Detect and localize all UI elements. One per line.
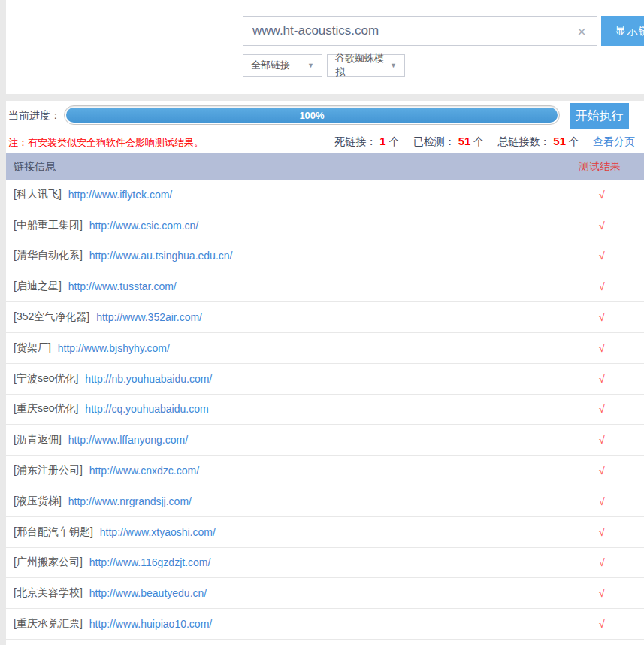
table-row: [北京美容学校] http://www.beautyedu.cn/ √ <box>6 578 644 609</box>
warning-note: 注：有安装类似安全狗软件会影响测试结果。 <box>8 136 204 150</box>
result-check-mark: √ <box>599 434 605 446</box>
table-row: [中船重工集团] http://www.csic.com.cn/ √ <box>6 210 644 241</box>
domain-input[interactable] <box>252 17 568 44</box>
link-type-dropdown[interactable]: 全部链接 ▼ <box>243 54 322 77</box>
result-check-mark: √ <box>599 587 605 599</box>
filter-row: 全部链接 ▼ 谷歌蜘蛛模拟 ▼ <box>243 54 405 77</box>
chevron-down-icon: ▼ <box>390 62 397 69</box>
site-url-link[interactable]: http://www.116gzdzjt.com/ <box>89 556 211 568</box>
result-check-mark: √ <box>599 250 605 262</box>
result-check-mark: √ <box>599 189 605 201</box>
site-url-link[interactable]: http://www.iflytek.com/ <box>68 189 172 201</box>
view-pagination-link[interactable]: 查看分页 <box>593 135 635 149</box>
dead-links-value: 1 <box>379 135 385 147</box>
column-header-link-info: 链接信息 <box>14 160 56 174</box>
table-row: [清华自动化系] http://www.au.tsinghua.edu.cn/ … <box>6 241 644 272</box>
stats-bar: 死链接：1个 已检测：51个 总链接数：51个 查看分页 <box>334 135 635 149</box>
table-row: [货架厂] http://www.bjshyhy.com/ √ <box>6 333 644 364</box>
spider-dropdown[interactable]: 谷歌蜘蛛模拟 ▼ <box>327 54 405 77</box>
checked-value: 51 <box>458 135 471 147</box>
link-type-selected-label: 全部链接 <box>251 59 290 72</box>
search-row: × 显示链接 <box>243 16 644 46</box>
result-check-mark: √ <box>599 342 605 354</box>
site-name: [启迪之星] <box>14 280 62 293</box>
site-name: [重庆seo优化] <box>14 402 78 416</box>
site-name: [广州搬家公司] <box>14 556 83 569</box>
table-row: [宁波seo优化] http://nb.youhuabaidu.com/ √ <box>6 364 644 395</box>
table-row: [352空气净化器] http://www.352air.com/ √ <box>6 302 644 333</box>
result-check-mark: √ <box>599 495 605 507</box>
clear-input-icon[interactable]: × <box>573 23 591 41</box>
progress-bar: 100% <box>64 105 560 125</box>
table-header: 链接信息 测试结果 <box>6 153 644 180</box>
total-links-stat: 总链接数：51个 <box>497 135 579 149</box>
total-links-value: 51 <box>553 135 566 147</box>
site-name: [货架厂] <box>14 341 51 355</box>
site-url-link[interactable]: http://www.lffanyong.com/ <box>68 434 188 446</box>
search-box: × <box>243 16 597 46</box>
show-links-button[interactable]: 显示链接 <box>601 16 644 46</box>
table-row: [科大讯飞] http://www.iflytek.com/ √ <box>6 180 644 210</box>
dead-links-label: 死链接： <box>334 135 376 147</box>
table-row: [广州搬家公司] http://www.116gzdzjt.com/ √ <box>6 548 644 579</box>
progress-bar-fill: 100% <box>66 108 558 123</box>
table-row: [邢台配汽车钥匙] http://www.xtyaoshi.com/ √ <box>6 517 644 548</box>
result-check-mark: √ <box>599 280 605 292</box>
site-url-link[interactable]: http://cq.youhuabaidu.com <box>85 403 208 415</box>
dead-links-stat: 死链接：1个 <box>334 135 399 149</box>
result-check-mark: √ <box>599 311 605 323</box>
result-check-mark: √ <box>599 526 605 538</box>
site-url-link[interactable]: http://nb.youhuabaidu.com/ <box>85 373 212 385</box>
checked-unit: 个 <box>473 135 484 147</box>
progress-label: 当前进度： <box>8 109 61 123</box>
site-name: [北京美容学校] <box>14 586 83 600</box>
chevron-down-icon: ▼ <box>307 62 314 69</box>
results-panel: 当前进度： 100% 开始执行 注：有安装类似安全狗软件会影响测试结果。 死链接… <box>6 101 644 645</box>
total-links-unit: 个 <box>569 135 579 147</box>
site-url-link[interactable]: http://www.xtyaoshi.com/ <box>100 526 216 538</box>
site-url-link[interactable]: http://www.bjshyhy.com/ <box>58 342 170 354</box>
table-row: [启迪之星] http://www.tusstar.com/ √ <box>6 271 644 302</box>
site-name: [重庆承兑汇票] <box>14 617 83 631</box>
progress-percent: 100% <box>299 110 324 121</box>
site-name: [沥青返佣] <box>14 433 62 447</box>
dead-links-unit: 个 <box>389 135 400 147</box>
start-button[interactable]: 开始执行 <box>570 103 629 129</box>
site-name: [宁波seo优化] <box>14 372 78 386</box>
site-url-link[interactable]: http://www.beautyedu.cn/ <box>89 587 207 599</box>
site-name: [液压货梯] <box>14 495 62 508</box>
site-url-link[interactable]: http://www.tusstar.com/ <box>68 280 177 292</box>
table-row: [重庆seo优化] http://cq.youhuabaidu.com √ <box>6 395 644 425</box>
result-check-mark: √ <box>599 220 605 232</box>
table-row: [重庆承兑汇票] http://www.huipiao10.com/ √ <box>6 609 644 640</box>
progress-section: 当前进度： 100% 开始执行 <box>6 101 644 129</box>
checked-label: 已检测： <box>413 135 455 147</box>
site-name: [352空气净化器] <box>14 310 89 324</box>
site-url-link[interactable]: http://www.352air.com/ <box>96 311 202 323</box>
table-row: [沥青返佣] http://www.lffanyong.com/ √ <box>6 425 644 456</box>
site-name: [中船重工集团] <box>14 219 83 232</box>
checked-stat: 已检测：51个 <box>413 135 485 149</box>
result-check-mark: √ <box>599 556 605 568</box>
table-row: [液压货梯] http://www.nrgrandsjj.com/ √ <box>6 486 644 517</box>
site-name: [浦东注册公司] <box>14 464 83 477</box>
site-url-link[interactable]: http://www.cnxdzc.com/ <box>89 465 199 477</box>
spider-selected-label: 谷歌蜘蛛模拟 <box>335 52 385 79</box>
result-check-mark: √ <box>599 618 605 630</box>
result-check-mark: √ <box>599 373 605 385</box>
status-row: 注：有安装类似安全狗软件会影响测试结果。 死链接：1个 已检测：51个 总链接数… <box>6 129 644 153</box>
result-check-mark: √ <box>599 465 605 477</box>
column-header-test-result: 测试结果 <box>579 160 621 174</box>
total-links-label: 总链接数： <box>497 135 550 147</box>
site-name: [科大讯飞] <box>14 188 62 201</box>
search-panel: × 显示链接 全部链接 ▼ 谷歌蜘蛛模拟 ▼ <box>6 0 644 94</box>
site-url-link[interactable]: http://www.csic.com.cn/ <box>89 220 198 232</box>
site-url-link[interactable]: http://www.huipiao10.com/ <box>89 618 212 630</box>
site-url-link[interactable]: http://www.au.tsinghua.edu.cn/ <box>89 250 233 262</box>
link-table-body: [科大讯飞] http://www.iflytek.com/ √ [中船重工集团… <box>6 180 644 640</box>
table-row: [浦东注册公司] http://www.cnxdzc.com/ √ <box>6 456 644 486</box>
result-check-mark: √ <box>599 403 605 415</box>
site-url-link[interactable]: http://www.nrgrandsjj.com/ <box>68 495 192 507</box>
site-name: [清华自动化系] <box>14 249 83 262</box>
site-name: [邢台配汽车钥匙] <box>14 525 93 539</box>
